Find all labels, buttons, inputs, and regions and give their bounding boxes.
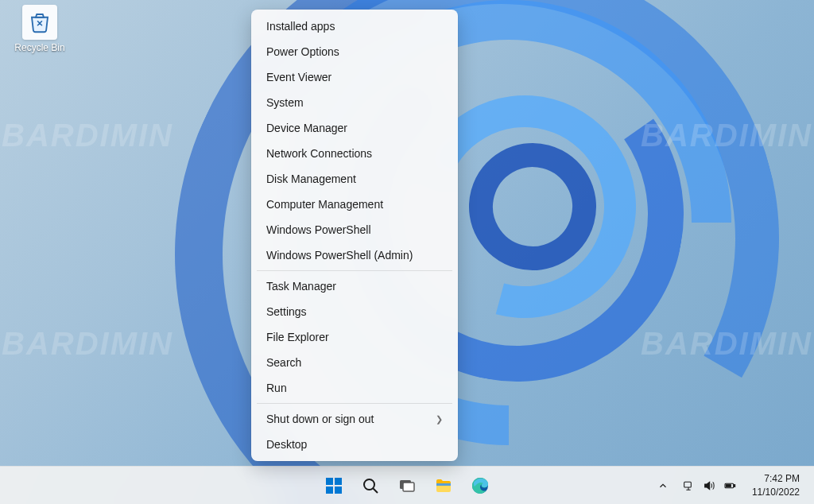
menu-power-options[interactable]: Power Options (255, 39, 454, 64)
menu-run[interactable]: Run (255, 375, 454, 401)
clock-date: 11/10/2022 (752, 486, 800, 498)
menu-task-manager[interactable]: Task Manager (255, 273, 454, 299)
recycle-bin[interactable]: Recycle Bin (10, 5, 70, 53)
taskbar: 7:42 PM 11/10/2022 (0, 466, 814, 504)
menu-shutdown-signout[interactable]: Shut down or sign out ❯ (255, 406, 454, 432)
chevron-up-icon (657, 480, 669, 491)
svg-rect-8 (436, 483, 451, 486)
clock-button[interactable]: 7:42 PM 11/10/2022 (744, 470, 808, 502)
menu-network-connections[interactable]: Network Connections (255, 141, 454, 166)
search-icon (361, 476, 380, 495)
volume-icon (703, 479, 715, 492)
menu-device-manager[interactable]: Device Manager (255, 115, 454, 141)
menu-search[interactable]: Search (255, 350, 454, 375)
svg-rect-10 (684, 482, 692, 487)
file-explorer-button[interactable] (428, 470, 459, 502)
quick-settings-button[interactable] (676, 470, 742, 502)
menu-disk-management[interactable]: Disk Management (255, 166, 454, 192)
watermark: BARDIMIN (641, 118, 812, 153)
network-icon (682, 479, 695, 492)
system-tray: 7:42 PM 11/10/2022 (652, 470, 808, 502)
svg-line-5 (374, 488, 378, 493)
recycle-bin-label: Recycle Bin (14, 42, 64, 53)
svg-rect-12 (734, 484, 735, 487)
menu-windows-powershell-admin[interactable]: Windows PowerShell (Admin) (255, 242, 454, 268)
svg-rect-7 (403, 483, 414, 491)
file-explorer-icon (434, 476, 453, 495)
taskbar-center (318, 470, 496, 502)
search-button[interactable] (355, 470, 386, 502)
menu-windows-powershell[interactable]: Windows PowerShell (255, 217, 454, 242)
battery-icon (723, 479, 736, 492)
recycle-bin-icon (22, 5, 57, 40)
menu-system[interactable]: System (255, 90, 454, 115)
tray-overflow-button[interactable] (652, 470, 674, 502)
edge-button[interactable] (464, 470, 496, 502)
svg-point-4 (364, 479, 374, 490)
start-button[interactable] (318, 470, 350, 502)
watermark: BARDIMIN (2, 326, 173, 362)
menu-installed-apps[interactable]: Installed apps (255, 14, 454, 39)
svg-rect-13 (726, 484, 731, 487)
windows-logo-icon (324, 476, 343, 495)
clock-time: 7:42 PM (764, 472, 800, 485)
task-view-icon (397, 476, 417, 495)
winx-context-menu: Installed apps Power Options Event Viewe… (251, 10, 458, 461)
svg-rect-0 (326, 478, 333, 485)
menu-computer-management[interactable]: Computer Management (255, 192, 454, 217)
svg-rect-2 (326, 487, 333, 494)
chevron-right-icon: ❯ (436, 414, 443, 425)
menu-separator (257, 270, 452, 271)
task-view-button[interactable] (391, 470, 423, 502)
menu-separator (257, 403, 452, 404)
menu-event-viewer[interactable]: Event Viewer (255, 64, 454, 90)
svg-rect-3 (335, 487, 342, 494)
watermark: BARDIMIN (641, 326, 812, 362)
menu-file-explorer[interactable]: File Explorer (255, 324, 454, 350)
edge-icon (471, 476, 490, 495)
menu-desktop[interactable]: Desktop (255, 432, 454, 457)
menu-settings[interactable]: Settings (255, 299, 454, 324)
watermark: BARDIMIN (2, 118, 173, 153)
svg-rect-1 (335, 478, 342, 485)
